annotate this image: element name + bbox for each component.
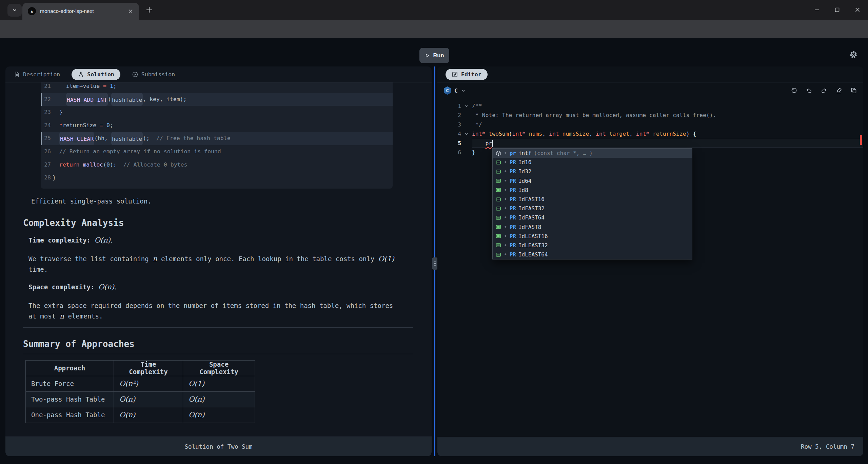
code-line: 21 item→value = 1; (41, 82, 393, 93)
complexity-heading: Complexity Analysis (23, 218, 432, 228)
code-token: pr (485, 140, 492, 147)
play-icon (425, 53, 430, 58)
code-line: 24 *returnSize = 0; (41, 119, 393, 132)
code-token: // Return an empty array if no solution … (59, 145, 221, 158)
code-token: int* (472, 131, 485, 137)
editor-line[interactable]: 4int* twoSum(int* nums, int numsSize, in… (437, 129, 863, 138)
tab-description[interactable]: Description (14, 71, 60, 78)
completion-dot: • (504, 196, 507, 202)
completion-item[interactable]: •PRIdFAST8 (493, 223, 692, 232)
constant-icon (495, 224, 501, 230)
solution-panel: DescriptionSolutionSubmission 21 item→va… (5, 66, 432, 456)
code-token: * Note: The returned array must be mallo… (472, 112, 716, 118)
editor-line[interactable]: 5 pr (437, 139, 863, 148)
line-number: 25 (41, 132, 51, 145)
code-token: // Allocate 0 bytes (117, 158, 188, 172)
completion-dot: • (504, 224, 507, 230)
format-brush-icon[interactable] (835, 87, 842, 94)
code-token: malloc (83, 158, 103, 172)
text-cursor (492, 140, 493, 147)
copy-icon[interactable] (850, 87, 857, 94)
tab-submission[interactable]: Submission (132, 71, 175, 78)
redo-icon[interactable] (821, 87, 827, 94)
completion-item[interactable]: •PRIdFAST64 (493, 213, 692, 222)
completion-dot: • (504, 251, 507, 258)
completion-match: pr (510, 150, 516, 156)
table-header-cell: Approach (26, 360, 114, 376)
fold-column[interactable] (461, 101, 472, 111)
new-tab-button[interactable] (145, 6, 153, 14)
completion-item[interactable]: •printf(const char *, … ) (493, 149, 692, 158)
line-number: 6 (437, 148, 461, 157)
table-header-row: ApproachTime ComplexitySpace Complexity (26, 360, 255, 376)
tab-editor[interactable]: Editor (446, 69, 488, 80)
settings-gear-icon[interactable] (849, 50, 858, 59)
left-tab-label: Solution (87, 71, 114, 78)
text-segment: elements only once. Each lookup in the t… (157, 255, 378, 263)
completion-label: intf (518, 150, 532, 156)
math-value: O(n) (189, 411, 204, 419)
editor-line[interactable]: 3 */ (437, 120, 863, 129)
right-panel-tabs: Editor (437, 66, 863, 82)
completion-item[interactable]: •PRIdLEAST16 (493, 232, 692, 241)
browser-tab-strip: ▲ monaco-editor-lsp-next (0, 0, 868, 20)
code-token (53, 119, 59, 132)
run-button[interactable]: Run (419, 48, 449, 63)
line-number: 23 (41, 106, 51, 119)
completion-item[interactable]: •PRId32 (493, 167, 692, 176)
constant-icon (495, 215, 501, 221)
completion-label: IdLEAST64 (518, 251, 548, 258)
code-token (649, 131, 653, 137)
code-token: returnSize (653, 131, 686, 137)
math-value: O(n) (119, 411, 135, 419)
text-segment: time. (28, 266, 48, 273)
completion-match: PR (510, 224, 516, 230)
line-number: 27 (41, 158, 51, 172)
fold-column[interactable] (461, 129, 472, 138)
inline-math: n (153, 255, 157, 263)
code-line: 26 // Return an empty array if no soluti… (41, 145, 393, 158)
completion-item[interactable]: •PRIdLEAST32 (493, 241, 692, 250)
window-close-button[interactable] (848, 0, 867, 20)
completion-item[interactable]: •PRId16 (493, 158, 692, 167)
left-tab-label: Submission (141, 71, 175, 78)
editor-line[interactable]: 1/** (437, 101, 863, 111)
space-cell: O(n) (183, 391, 255, 407)
language-selector[interactable]: C C (443, 86, 466, 95)
completion-item[interactable]: •PRId64 (493, 176, 692, 186)
divider-grip-handle[interactable] (432, 257, 438, 270)
window-minimize-button[interactable] (807, 0, 827, 20)
chevron-down-icon (12, 7, 17, 13)
completion-item[interactable]: •PRIdLEAST64 (493, 250, 692, 259)
line-number: 5 (437, 139, 461, 148)
line-number: 3 (437, 120, 461, 129)
completion-item[interactable]: •PRId8 (493, 186, 692, 195)
reset-icon[interactable] (791, 87, 797, 94)
completion-dot: • (504, 214, 507, 221)
summary-heading: Summary of Approaches (23, 339, 413, 354)
tab-solution[interactable]: Solution (72, 69, 120, 80)
line-number: 4 (437, 129, 461, 138)
tab-close-icon[interactable] (127, 8, 134, 14)
window-maximize-button[interactable] (827, 0, 847, 20)
code-token: int* (636, 131, 649, 137)
fold-column (461, 120, 472, 129)
code-token: = (100, 119, 103, 132)
completion-match: PR (510, 159, 516, 166)
code-token (53, 145, 59, 158)
completion-item[interactable]: •PRIdFAST16 (493, 195, 692, 204)
maximize-icon (834, 6, 841, 13)
code-editor[interactable]: 1/**2 * Note: The returned array must be… (437, 99, 863, 437)
text-segment: elements. (64, 312, 103, 320)
table-row: Two-pass Hash TableO(n)O(n) (26, 391, 255, 407)
tab-search-button[interactable] (7, 4, 22, 17)
undo-icon[interactable] (806, 87, 812, 94)
completion-item[interactable]: •PRIdFAST32 (493, 204, 692, 213)
math-value: O(n) (189, 395, 204, 403)
screen: ▲ monaco-editor-lsp-next localhost:3000/… (0, 0, 868, 464)
code-token (103, 119, 106, 132)
solution-note: Efficient single-pass solution. (31, 197, 432, 205)
line-number: 22 (41, 93, 51, 106)
browser-tab[interactable]: ▲ monaco-editor-lsp-next (22, 3, 139, 20)
editor-line[interactable]: 2 * Note: The returned array must be mal… (437, 111, 863, 120)
